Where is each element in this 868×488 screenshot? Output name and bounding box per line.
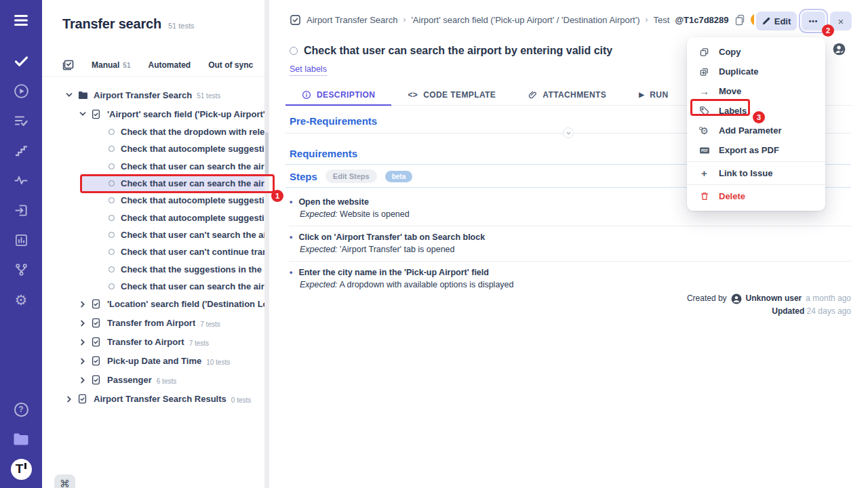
hamburger-menu-icon[interactable] [0, 5, 42, 35]
chevron-right-icon[interactable] [79, 319, 87, 327]
chevron-right-icon[interactable] [65, 395, 73, 403]
tests-nav-icon[interactable] [0, 46, 42, 76]
breadcrumb-suite[interactable]: 'Airport' search field ('Pick-up Airport… [411, 15, 639, 25]
collapse-section-icon[interactable] [563, 127, 574, 138]
test-title-row: Check that user can search the airport b… [290, 45, 612, 57]
app-logo[interactable]: T [0, 454, 42, 484]
tab-manual[interactable]: Manual 51 [92, 60, 130, 70]
test-status-icon [108, 163, 115, 169]
annotation-badge-2: 2 [822, 24, 834, 37]
plus-icon: + [698, 168, 710, 178]
tree-row-test[interactable]: Check that user can't continue transfer … [42, 243, 264, 260]
arrow-right-icon: → [698, 86, 710, 96]
tab-description[interactable]: DESCRIPTION [285, 84, 391, 105]
milestones-nav-icon[interactable] [0, 136, 42, 165]
breadcrumb-separator: › [646, 15, 648, 24]
import-nav-icon[interactable] [0, 195, 42, 225]
runs-nav-icon[interactable] [0, 76, 42, 106]
toolbar: Edit ••• × [756, 12, 852, 30]
created-by-label: Created by [687, 292, 727, 305]
suite-doc-icon [92, 109, 102, 119]
panel-test-count: 51 tests [168, 18, 195, 30]
suite-doc-icon [92, 337, 102, 347]
tree-row-test[interactable]: Check that user can search the airport b… [42, 158, 264, 175]
chevron-down-icon[interactable] [65, 91, 73, 99]
tree-row-test[interactable]: Check that autocomplete suggestions are … [42, 192, 264, 209]
reports-nav-icon[interactable] [0, 225, 42, 255]
step-expected: Website is opened [340, 209, 410, 219]
set-labels-link[interactable]: Set labels [290, 64, 327, 76]
edit-button[interactable]: Edit [756, 12, 797, 30]
tree-row-test[interactable]: Check that user can search the airport b… [42, 278, 264, 295]
chevron-right-icon[interactable] [79, 338, 87, 346]
menu-item-copy[interactable]: Copy [687, 42, 825, 62]
help-icon[interactable]: ? [0, 394, 42, 424]
breadcrumb-test-label: Test [654, 15, 670, 25]
test-status-icon [108, 266, 115, 272]
analytics-pulse-nav-icon[interactable] [0, 165, 42, 195]
tree-row-test[interactable]: Check that user can't search the airport… [42, 226, 264, 243]
tab-code-template[interactable]: <> CODE TEMPLATE [391, 84, 512, 105]
context-menu: Copy Duplicate → Move Labels ⚙ Add Param… [687, 37, 825, 211]
batch-select-icon[interactable] [62, 60, 74, 70]
tab-automated[interactable]: Automated [148, 60, 191, 70]
branches-nav-icon[interactable] [0, 255, 42, 285]
tree-row-test[interactable]: Check that autocomplete suggestings are … [42, 140, 264, 157]
assignee-avatar-icon[interactable] [833, 43, 846, 56]
duplicate-icon [698, 66, 710, 77]
panel-scrollbar-thumb[interactable] [265, 132, 269, 174]
expected-label: Expected: [300, 280, 338, 289]
breadcrumb: Airport Transfer Search › 'Airport' sear… [290, 14, 754, 26]
tab-run[interactable]: ▶ RUN [623, 84, 684, 105]
tree-row-suite[interactable]: Transfer to Airport 7 tests [42, 333, 264, 352]
keyboard-shortcuts-button[interactable]: ⌘ [54, 474, 75, 488]
copy-test-id-icon[interactable] [734, 14, 745, 26]
tree-row-suite[interactable]: 'Airport' search field ('Pick-up Airport… [42, 104, 264, 123]
edit-steps-button[interactable]: Edit Steps [326, 169, 377, 183]
projects-folder-icon[interactable] [0, 424, 42, 454]
annotation-badge-3: 3 [753, 111, 765, 123]
expected-label: Expected: [300, 209, 338, 219]
svg-text:PDF: PDF [701, 148, 708, 152]
panel-scrollbar-track [264, 0, 269, 488]
steps-heading: Steps [290, 171, 317, 182]
step-item: •Click on 'Airport Transfer' tab on Sear… [290, 226, 851, 261]
paperclip-icon [528, 90, 537, 100]
breadcrumb-root[interactable]: Airport Transfer Search [307, 15, 397, 25]
menu-item-link-to-issue[interactable]: + Link to Issue [687, 163, 825, 183]
tree-row-suite[interactable]: 'Location' search field ('Destination Lo… [42, 295, 264, 314]
menu-item-duplicate[interactable]: Duplicate [687, 62, 825, 81]
chevron-right-icon[interactable] [79, 300, 87, 308]
steps-heading-row: Steps Edit Steps beta [290, 169, 412, 183]
tree-row-test[interactable]: Check that the suggestions in the 'Airpo… [42, 260, 264, 277]
tree-row-suite[interactable]: Pick-up Date and Time 10 tests [42, 352, 264, 371]
code-icon: <> [408, 90, 418, 100]
menu-separator [687, 184, 825, 185]
chevron-down-icon[interactable] [79, 110, 87, 118]
copy-icon [698, 47, 710, 58]
tree-row-folder[interactable]: Airport Transfer Search 51 tests [42, 85, 264, 104]
test-status-icon [108, 232, 115, 238]
tree-row-suite[interactable]: Passenger 6 tests [42, 371, 264, 390]
menu-item-export-pdf[interactable]: PDF Export as PDF [687, 140, 825, 160]
folder-icon [78, 91, 88, 100]
chevron-right-icon[interactable] [79, 357, 87, 365]
tree-filter-tabs: Manual 51 Automated Out of sync De [42, 54, 264, 77]
tree-row-suite[interactable]: Transfer from Airport 7 tests [42, 314, 264, 333]
tree-row-test[interactable]: Check that autocomplete suggestions are … [42, 209, 264, 226]
menu-item-delete[interactable]: Delete [687, 186, 825, 206]
test-status-icon [290, 47, 298, 55]
tab-out-of-sync[interactable]: Out of sync [208, 60, 253, 70]
test-status-icon [108, 146, 115, 152]
test-title: Check that user can search the airport b… [304, 45, 612, 57]
tree-row-suite[interactable]: Airport Transfer Search Results 0 tests [42, 390, 264, 409]
icon-rail: ⚙ ? T [0, 0, 42, 488]
chevron-right-icon[interactable] [79, 376, 87, 384]
plans-nav-icon[interactable] [0, 106, 42, 136]
menu-item-move[interactable]: → Move [687, 81, 825, 101]
menu-item-add-parameter[interactable]: ⚙ Add Parameter [687, 121, 825, 140]
tab-attachments[interactable]: ATTACHMENTS [512, 84, 623, 105]
tree-row-test[interactable]: Check that the dropdown with relevant su… [42, 123, 264, 140]
step-action: Enter the city name in the 'Pick-up Airp… [298, 266, 489, 279]
settings-gear-icon[interactable]: ⚙ [0, 285, 42, 314]
